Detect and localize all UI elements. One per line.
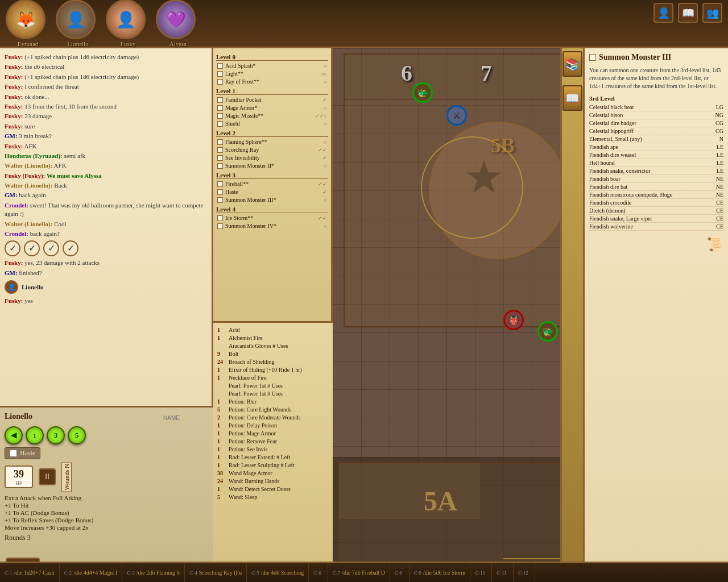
bottom-cmd-0[interactable]: C-1/die 1d20+7 Casti: [0, 563, 60, 582]
spell-row[interactable]: Ice Storm**✓✓: [216, 214, 328, 222]
spell-row[interactable]: Mage Armor*○: [216, 104, 328, 111]
inventory-row[interactable]: 1Potion: See Invis: [216, 446, 330, 453]
inventory-row[interactable]: 1Rod: Lesser Extend: # Left: [216, 454, 330, 461]
inventory-panel[interactable]: 1Acid1Alchemist FireAracanist's Gloves #…: [213, 321, 333, 582]
inventory-row[interactable]: 1Potion: Blur: [216, 398, 330, 405]
spell-row[interactable]: Magic Missile**✓✓○: [216, 112, 328, 119]
bottom-cmd-8[interactable]: C-9/die 5d6 Ice Storm: [410, 563, 471, 582]
spell-checkbox[interactable]: [217, 79, 223, 85]
map-area-5b[interactable]: 5B 6 7 6 🐲 ⚔ 👹 🐲 ★: [333, 48, 560, 457]
monster-row[interactable]: Celestial black bearLG: [589, 103, 723, 111]
die-3[interactable]: 3: [47, 426, 65, 444]
token-red-1[interactable]: 👹: [503, 310, 524, 330]
inventory-row[interactable]: 24Broach of Shielding: [216, 358, 330, 365]
token-blue-1[interactable]: ⚔: [446, 105, 467, 126]
bottom-cmd-10[interactable]: C-11: [492, 563, 514, 582]
inventory-row[interactable]: 1Potion: Remove Fear: [216, 438, 330, 445]
monster-row[interactable]: Fiendish dire weaselLE: [589, 151, 723, 159]
monster-row[interactable]: Fiendish dire batNE: [589, 183, 723, 191]
spell-row[interactable]: Acid Splash*○: [216, 62, 328, 69]
book-icon-btn[interactable]: 📖: [678, 3, 698, 23]
spell-checkbox[interactable]: [217, 105, 223, 111]
checkmark-3[interactable]: ✓: [63, 240, 78, 256]
person-icon-btn[interactable]: 👤: [653, 3, 673, 23]
inventory-row[interactable]: 1Rod: Lesser Sculpting # Left: [216, 462, 330, 469]
monster-row[interactable]: Dretch (demon)CE: [589, 207, 723, 215]
monster-checkbox[interactable]: [589, 54, 596, 61]
spellbook-panel[interactable]: Level 0Acid Splash*○Light**○○Ray of Fros…: [213, 48, 333, 321]
inventory-row[interactable]: 24Wand: Burning Hands: [216, 477, 330, 485]
bottom-cmd-11[interactable]: C-12: [514, 563, 535, 582]
spell-checkbox[interactable]: [217, 121, 223, 127]
inventory-row[interactable]: 1Elixir of Hiding (+10 Hide 1 hr): [216, 366, 330, 373]
bottom-cmd-9[interactable]: C-10: [470, 563, 492, 582]
checkmark-0[interactable]: ✓: [5, 240, 20, 256]
notes-book-1[interactable]: 📚: [562, 51, 582, 77]
inventory-row[interactable]: 5Potion: Cure Light Wounds: [216, 406, 330, 413]
bottom-cmd-3[interactable]: C-4Scorching Ray (Fu: [185, 563, 247, 582]
spell-checkbox[interactable]: [217, 155, 223, 161]
inventory-row[interactable]: Aracanist's Gloves # Uses: [216, 342, 330, 350]
scroll-icon[interactable]: 📜: [706, 236, 723, 252]
spell-checkbox[interactable]: [217, 163, 223, 169]
char-eyruaad[interactable]: 🦊 Eyruaad: [6, 0, 50, 47]
char-name-input[interactable]: [163, 415, 209, 421]
monster-row[interactable]: Celestial hippogriffCG: [589, 127, 723, 135]
monster-row[interactable]: Fiendish snake, Large viperCE: [589, 215, 723, 223]
die-4[interactable]: 5: [68, 426, 86, 444]
inventory-row[interactable]: 2Potion: Cure Moderate Wounds: [216, 414, 330, 421]
notes-book-2[interactable]: 📖: [562, 85, 582, 111]
pause-button[interactable]: ⏸: [39, 468, 56, 485]
inventory-row[interactable]: 38Wand Mage Armor: [216, 469, 330, 477]
bottom-cmd-4[interactable]: C-5/die 4d6 Scorching: [247, 563, 309, 582]
spell-row[interactable]: Scorching Ray✓✓: [216, 146, 328, 153]
spell-checkbox[interactable]: [217, 113, 223, 119]
spell-row[interactable]: Familiar Pocket✓: [216, 96, 328, 103]
monster-row[interactable]: Fiendish snake, constrictorLE: [589, 167, 723, 175]
spell-row[interactable]: Fireball**✓✓: [216, 180, 328, 188]
spell-checkbox[interactable]: [217, 215, 223, 221]
monster-row[interactable]: Hell houndLE: [589, 159, 723, 167]
monster-row[interactable]: Fiendish apeLE: [589, 143, 723, 151]
inventory-row[interactable]: 5Wand: Sleep: [216, 493, 330, 501]
spell-row[interactable]: Ray of Frost**○: [216, 78, 328, 85]
spell-row[interactable]: Summon Monster II*○: [216, 162, 328, 169]
token-green-2[interactable]: 🐲: [537, 321, 558, 342]
bottom-cmd-1[interactable]: C-2/die 4d4+4 Magic I: [60, 563, 123, 582]
spell-checkbox[interactable]: [217, 181, 223, 187]
char-fusky[interactable]: 👤 Fusky: [106, 0, 150, 47]
inventory-row[interactable]: 1Alchemist Fire: [216, 334, 330, 342]
spell-row[interactable]: Light**○○: [216, 70, 328, 77]
monster-row[interactable]: Celestial bisonNG: [589, 111, 723, 119]
spell-checkbox[interactable]: [217, 223, 223, 229]
bottom-cmd-5[interactable]: C-6: [309, 563, 328, 582]
die-1[interactable]: ◀: [5, 426, 23, 444]
inventory-row[interactable]: 1Wand: Detect Secret Doors: [216, 485, 330, 493]
char-alyssa[interactable]: 💜 Alyssa: [156, 0, 200, 47]
spell-checkbox[interactable]: [217, 71, 223, 77]
haste-checkbox[interactable]: [10, 450, 17, 457]
spell-row[interactable]: Summon Monster IV*○: [216, 222, 328, 230]
spell-row[interactable]: Summon Monster III*○: [216, 196, 328, 203]
spell-row[interactable]: See Invisibility✓: [216, 154, 328, 161]
die-2[interactable]: 1: [26, 426, 44, 444]
inventory-row[interactable]: 1Potion: Mage Armor: [216, 430, 330, 437]
spell-checkbox[interactable]: [217, 189, 223, 195]
group-icon-btn[interactable]: 👥: [702, 3, 722, 23]
inventory-row[interactable]: 1Potion: Delay Poison: [216, 422, 330, 429]
char-lionello[interactable]: 👤 Lionello: [56, 0, 100, 47]
spell-checkbox[interactable]: [217, 147, 223, 153]
spell-checkbox[interactable]: [217, 197, 223, 203]
checkmark-2[interactable]: ✓: [43, 240, 59, 256]
bottom-cmd-7[interactable]: C-8: [390, 563, 410, 582]
spell-row[interactable]: Haste✓: [216, 188, 328, 196]
inventory-row[interactable]: 1Necklace of Fire: [216, 374, 330, 381]
bottom-cmd-2[interactable]: C-3/die 2d6 Flaming S: [122, 563, 185, 582]
monster-row[interactable]: Fiendish monstrous centipede, HugeNE: [589, 191, 723, 199]
inventory-row[interactable]: Pearl: Power 1st # Uses: [216, 382, 330, 389]
monster-row[interactable]: Celestial dire badgerCG: [589, 119, 723, 127]
bottom-cmd-6[interactable]: C-7/die 7d6 Fireball D: [328, 563, 390, 582]
inventory-row[interactable]: 1Acid: [216, 326, 330, 334]
monster-row[interactable]: Fiendish wolverineCE: [589, 223, 723, 231]
inventory-row[interactable]: 9Bolt: [216, 350, 330, 357]
